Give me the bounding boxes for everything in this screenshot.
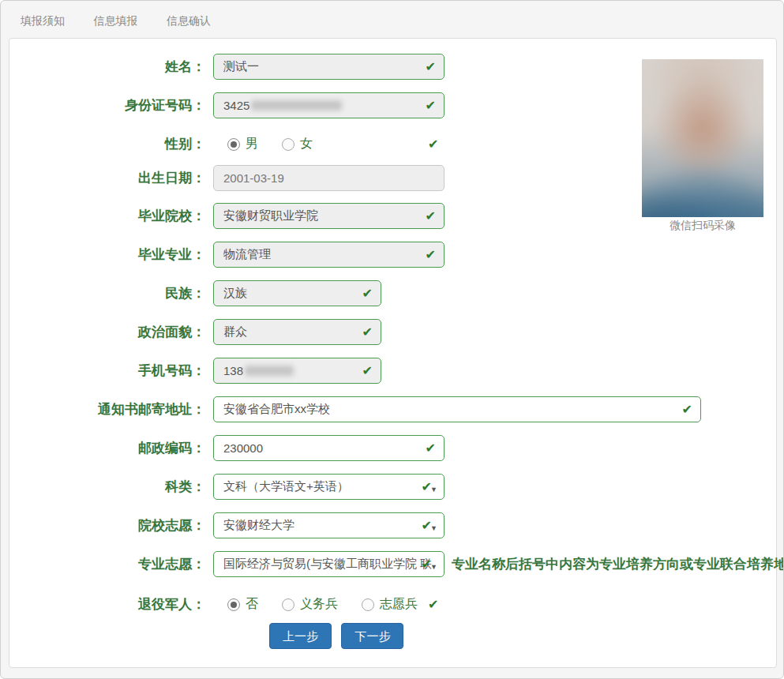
ethnicity-label: 民族： [9, 280, 205, 306]
tab-information-confirmation[interactable]: 信息确认 [167, 14, 211, 28]
veteran-label: 退役军人： [9, 591, 205, 617]
applicant-photo [642, 59, 763, 217]
step-tabs: 填报须知 信息填报 信息确认 [1, 1, 783, 38]
id-number-masked-blur [251, 100, 342, 111]
college-preference-value: 安徽财经大学 [223, 518, 294, 533]
name-label: 姓名： [9, 54, 205, 80]
row-ethnicity: 民族： 汉族 [9, 280, 776, 306]
subject-category-select[interactable]: 文科（大学语文+英语） [213, 474, 445, 500]
row-graduation-major: 毕业专业： 物流管理 [9, 242, 776, 268]
graduation-major-value: 物流管理 [223, 247, 271, 262]
political-status-value: 群众 [223, 324, 247, 340]
college-preference-label: 院校志愿： [9, 512, 205, 538]
id-number-label: 身份证号码： [9, 92, 205, 118]
row-mailing-address: 通知书邮寄地址： 安徽省合肥市xx学校 [9, 396, 776, 422]
graduation-major-input[interactable]: 物流管理 [213, 242, 445, 268]
radio-selected-icon[interactable] [227, 598, 240, 611]
radio-unselected-icon[interactable] [362, 598, 374, 611]
ethnicity-input[interactable]: 汉族 [213, 280, 381, 306]
row-political-status: 政治面貌： 群众 [9, 319, 776, 345]
veteran-option-conscript[interactable]: 义务兵 [282, 596, 338, 613]
valid-check-icon [362, 287, 373, 300]
postal-code-input[interactable]: 230000 [213, 435, 445, 461]
major-preference-select[interactable]: 国际经济与贸易(与安徽工商职业学院 联 [213, 551, 445, 577]
radio-selected-icon[interactable] [227, 138, 240, 151]
radio-unselected-icon[interactable] [282, 138, 294, 151]
tab-information-filling[interactable]: 信息填报 [93, 14, 137, 28]
valid-check-icon [362, 365, 373, 377]
valid-check-icon [428, 138, 438, 151]
mailing-address-input[interactable]: 安徽省合肥市xx学校 [213, 396, 701, 422]
valid-check-icon [426, 210, 436, 223]
valid-check-icon [428, 598, 438, 611]
valid-check-icon [426, 249, 436, 261]
photo-caption: 微信扫码采像 [642, 219, 763, 233]
graduation-school-input[interactable]: 安徽财贸职业学院 [213, 203, 445, 229]
veteran-option-volunteer-label: 志愿兵 [380, 596, 418, 613]
valid-check-icon [426, 99, 436, 112]
birth-date-value: 2001-03-19 [223, 171, 284, 185]
valid-check-icon [426, 442, 436, 455]
valid-check-icon [362, 326, 373, 339]
subject-category-value: 文科（大学语文+英语） [223, 479, 349, 494]
college-preference-select[interactable]: 安徽财经大学 [213, 512, 445, 538]
previous-step-button[interactable]: 上一步 [269, 623, 332, 649]
id-number-value-prefix: 3425 [223, 99, 249, 112]
major-preference-value: 国际经济与贸易(与安徽工商职业学院 联 [223, 557, 432, 572]
valid-check-icon [422, 558, 432, 571]
veteran-option-conscript-label: 义务兵 [300, 596, 338, 613]
veteran-option-no[interactable]: 否 [227, 596, 258, 613]
valid-check-icon [682, 403, 692, 416]
row-buttons: 上一步 下一步 [269, 623, 784, 649]
gender-option-male[interactable]: 男 [227, 136, 258, 152]
gender-radio-group: 男 女 [213, 131, 336, 157]
radio-unselected-icon[interactable] [282, 598, 294, 611]
application-form-page: 填报须知 信息填报 信息确认 姓名： 测试一 身份证号码： 3425 [0, 0, 784, 679]
gender-option-female-label: 女 [300, 136, 313, 152]
ethnicity-value: 汉族 [223, 286, 247, 301]
valid-check-icon [422, 481, 432, 493]
tab-filing-instructions[interactable]: 填报须知 [21, 14, 65, 28]
gender-option-male-label: 男 [246, 136, 258, 152]
major-preference-note: 专业名称后括号中内容为专业培养方向或专业联合培养地点 [452, 551, 784, 577]
row-postal-code: 邮政编码： 230000 [9, 435, 776, 461]
veteran-option-volunteer[interactable]: 志愿兵 [362, 596, 418, 613]
birth-date-label: 出生日期： [9, 165, 205, 191]
form-panel: 姓名： 测试一 身份证号码： 3425 性别： [9, 38, 777, 668]
name-input[interactable]: 测试一 [213, 54, 445, 80]
id-number-input[interactable]: 3425 [213, 92, 445, 118]
postal-code-label: 邮政编码： [9, 435, 205, 461]
graduation-school-label: 毕业院校： [9, 203, 205, 229]
name-value: 测试一 [223, 59, 259, 74]
veteran-radio-group: 否 义务兵 志愿兵 [213, 591, 441, 617]
graduation-major-label: 毕业专业： [9, 242, 205, 268]
subject-category-label: 科类： [9, 474, 205, 500]
birth-date-input: 2001-03-19 [213, 165, 445, 191]
row-college-preference: 院校志愿： 安徽财经大学 [9, 512, 776, 538]
valid-check-icon [426, 61, 436, 73]
row-phone: 手机号码： 138 [9, 358, 776, 384]
phone-label: 手机号码： [9, 358, 205, 384]
postal-code-value: 230000 [223, 441, 263, 455]
row-major-preference: 专业志愿： 国际经济与贸易(与安徽工商职业学院 联 专业名称后括号中内容为专业培… [9, 551, 776, 577]
mailing-address-label: 通知书邮寄地址： [9, 396, 205, 422]
phone-masked-blur [245, 366, 294, 376]
veteran-option-no-label: 否 [246, 596, 258, 613]
major-preference-label: 专业志愿： [9, 551, 205, 577]
blurred-portrait-image [642, 59, 763, 217]
valid-check-icon [422, 520, 432, 532]
graduation-school-value: 安徽财贸职业学院 [223, 208, 318, 223]
next-step-button[interactable]: 下一步 [341, 623, 403, 649]
mailing-address-value: 安徽省合肥市xx学校 [223, 402, 330, 417]
phone-input[interactable]: 138 [213, 358, 381, 384]
row-subject-category: 科类： 文科（大学语文+英语） [9, 474, 776, 500]
political-status-label: 政治面貌： [9, 319, 205, 345]
gender-option-female[interactable]: 女 [282, 136, 313, 152]
political-status-input[interactable]: 群众 [213, 319, 381, 345]
phone-value-prefix: 138 [223, 364, 243, 377]
row-veteran: 退役军人： 否 义务兵 志愿兵 [9, 591, 776, 617]
gender-label: 性别： [9, 131, 205, 157]
